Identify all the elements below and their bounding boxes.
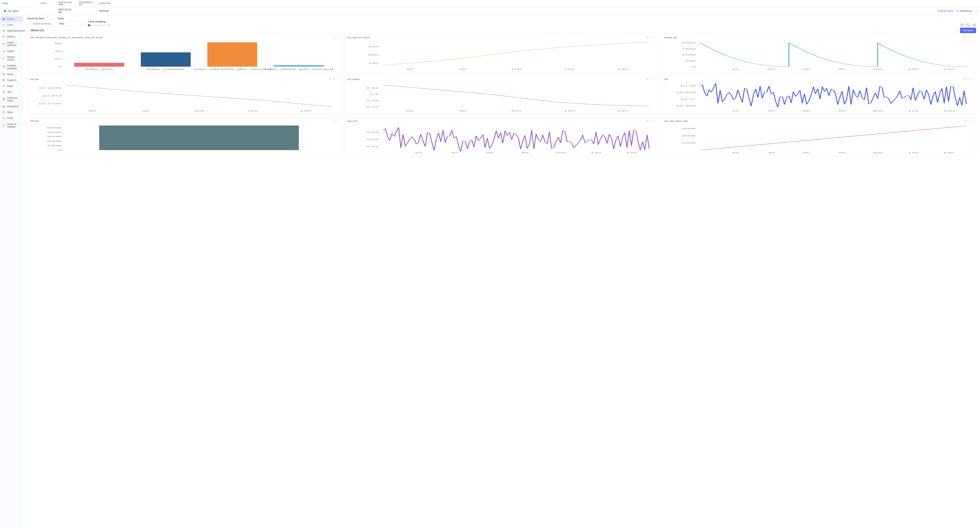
sidebar-item-label: Hyperparameters [7, 29, 25, 32]
sidebar-item-metrics[interactable]: Metrics [0, 34, 24, 40]
dots-icon[interactable]: ⋮ [971, 119, 974, 122]
register-model-link[interactable]: Register Model [938, 10, 954, 12]
lines-icon [2, 35, 5, 38]
dots-icon[interactable]: ⋮ [654, 36, 656, 39]
experiment-duration: 00:00:38 [97, 8, 113, 14]
svg-line-161 [968, 121, 968, 121]
svg-text:100μ: 100μ [681, 54, 696, 56]
panel-train-loss[interactable]: train_loss,train_runtime,train_samples_p… [27, 34, 342, 73]
sidebar-item-graphics[interactable]: Graphics [0, 77, 24, 83]
sidebar-item-label: Code [7, 24, 13, 26]
sidebar-item-notes[interactable]: Notes [0, 72, 24, 77]
lock-icon[interactable] [329, 78, 331, 81]
svg-line-60 [334, 36, 335, 37]
panel-grad-norm[interactable]: grad_norm⋮0.010.020.0320406080100120140 [345, 117, 659, 156]
sidebar-item-histograms[interactable]: Histograms [0, 103, 24, 109]
svg-text:120: 120 [247, 110, 258, 112]
lock-icon[interactable] [963, 119, 966, 122]
smoothing-value: 0 [108, 24, 109, 27]
chevron-down-icon[interactable] [27, 29, 30, 32]
sidebar-item-panels[interactable]: Panels [1, 16, 23, 22]
sidebar-item-other[interactable]: Other [0, 109, 24, 115]
sidebar-item-text[interactable]: Text [0, 89, 24, 95]
svg-text:0.52: 0.52 [366, 87, 379, 89]
sidebar-item-output[interactable]: Output [0, 48, 24, 54]
sidebar-item-assets-artifacts[interactable]: Assets & Artifacts [0, 121, 24, 130]
panel-num-input-tokens-seen[interactable]: num_input_tokens_seen⋮100k200k300k204060… [662, 117, 976, 156]
reproduce-button[interactable]: Reproduce [956, 10, 972, 12]
slider-thumb[interactable] [88, 24, 90, 27]
svg-text:60: 60 [89, 110, 96, 112]
controls-bar: Search by name X-axis Step Y-axis smooth… [27, 17, 976, 27]
sidebar-item-confusion-matrix[interactable]: Confusion matrix [0, 95, 24, 103]
more-actions-button[interactable]: ⋮ [975, 10, 978, 12]
sidebar-item-graph-definition[interactable]: Graph definition [0, 40, 24, 48]
panel-eval-runtime[interactable]: eval_runtime⋮0.460.480.50.52608010012014… [345, 75, 659, 115]
svg-point-15 [4, 43, 5, 43]
expand-icon[interactable] [967, 36, 970, 39]
lock-icon[interactable] [963, 36, 966, 39]
lock-icon[interactable] [646, 78, 649, 81]
svg-text:0.02: 0.02 [366, 138, 379, 140]
expand-icon[interactable] [650, 78, 652, 81]
sidebar-item-html[interactable]: HTML [0, 115, 24, 121]
xaxis-select[interactable]: Step [57, 21, 83, 27]
settings-button[interactable] [972, 23, 976, 27]
svg-line-147 [652, 120, 652, 120]
autorefresh-button[interactable] [966, 23, 970, 27]
svg-text:300B: 300B [46, 136, 62, 138]
panel-eval-steps-per-second[interactable]: eval_steps_per_second⋮190200210608010012… [345, 34, 659, 73]
expand-icon[interactable] [333, 119, 336, 122]
panel-learning-rate[interactable]: learning_rate⋮050μ100μ150μ200μ2040608010… [662, 34, 976, 73]
svg-text:60: 60 [803, 110, 810, 112]
dots-icon[interactable]: ⋮ [971, 78, 974, 81]
sidebar-item-installed-packages[interactable]: Installed packages [0, 63, 24, 72]
dots-icon[interactable]: ⋮ [337, 119, 339, 122]
svg-text:0: 0 [692, 66, 696, 68]
panel-eval-loss[interactable]: eval_loss⋮10.372510.37310.37356080100120… [27, 75, 342, 115]
refresh-button[interactable] [960, 23, 964, 27]
sidebar-item-audio[interactable]: Audio [0, 83, 24, 89]
svg-point-30 [3, 80, 3, 80]
expand-icon[interactable] [333, 78, 336, 81]
chart-body: 0204060train_losstrain_runtimetrain_samp… [30, 40, 339, 71]
svg-line-18 [4, 43, 5, 45]
panel-total-flos[interactable]: total_flos⋮0100B200B300B400B500B [27, 117, 342, 156]
expand-icon[interactable] [333, 36, 336, 39]
svg-text:500B: 500B [46, 127, 62, 129]
lock-icon[interactable] [963, 78, 966, 81]
lock-icon[interactable] [646, 36, 649, 39]
dots-icon[interactable]: ⋮ [337, 36, 339, 39]
add-panel-button[interactable]: Add panel [960, 28, 976, 33]
smoothing-slider[interactable] [88, 25, 107, 25]
dots-icon[interactable]: ⋮ [654, 119, 656, 122]
main-content: Search by name X-axis Step Y-axis smooth… [24, 15, 980, 528]
svg-line-138 [333, 121, 334, 121]
svg-rect-123 [964, 79, 965, 80]
svg-line-112 [652, 78, 652, 79]
expand-icon[interactable] [650, 36, 652, 39]
sidebar-item-label: Output [7, 50, 14, 52]
panels-grid: train_loss,train_runtime,train_samples_p… [27, 34, 976, 156]
dots-icon[interactable]: ⋮ [654, 78, 656, 81]
sidebar-item-system-metrics[interactable]: System metrics [0, 54, 24, 63]
sidebar-item-hyperparameters[interactable]: Hyperparameters [0, 28, 24, 34]
search-input[interactable] [27, 21, 53, 27]
panel-loss[interactable]: loss⋮10.36510.3710.37510.382040608010012… [662, 75, 976, 115]
expand-icon[interactable] [967, 119, 970, 122]
svg-text:120: 120 [908, 110, 918, 112]
svg-text:60: 60 [803, 68, 810, 70]
svg-text:0.48: 0.48 [366, 100, 379, 102]
dots-icon[interactable]: ⋮ [337, 78, 339, 81]
svg-text:0: 0 [58, 66, 62, 68]
section-more-button[interactable]: ⋮ [955, 29, 958, 32]
chart-body: 10.36510.3710.37510.3820406080100120140 [664, 81, 974, 113]
dots-icon[interactable]: ⋮ [971, 36, 974, 39]
expand-icon[interactable] [650, 119, 652, 122]
svg-line-124 [969, 78, 969, 79]
lock-icon[interactable] [646, 119, 649, 122]
experiment-name[interactable]: my_repo/1 [0, 7, 38, 15]
svg-text:80: 80 [838, 110, 846, 112]
sidebar-item-code[interactable]: Code [0, 22, 24, 28]
expand-icon[interactable] [967, 78, 970, 81]
